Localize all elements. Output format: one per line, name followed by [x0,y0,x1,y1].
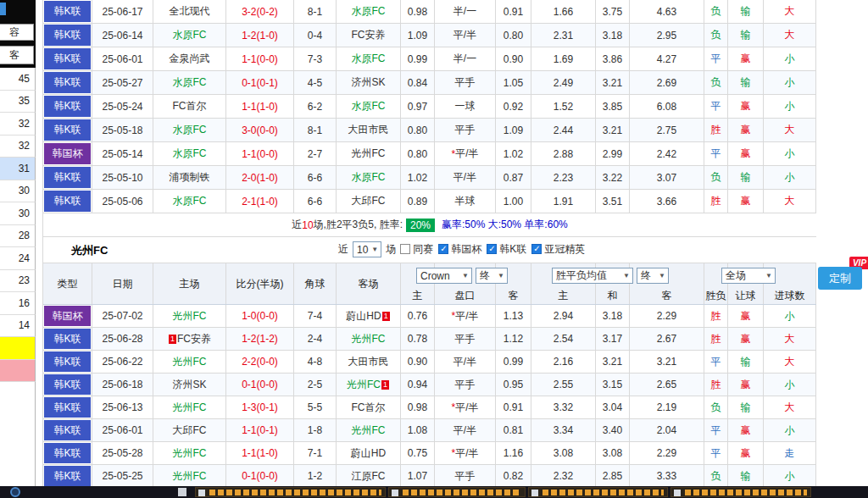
away-team[interactable]: 蔚山HD [337,442,401,464]
asian-home-odds: 1.08 [401,419,435,441]
euro-away-odds: 3.07 [630,166,704,189]
asian-handicap: 半/一 [435,47,496,70]
home-team[interactable]: 光州FC [153,442,226,464]
euro-odds-type-select[interactable]: 胜平负均值▼ [552,268,633,284]
result-wdl: 平 [704,442,728,464]
away-team[interactable]: 济州SK [337,71,401,94]
asian-home-odds: 0.80 [401,119,435,141]
result-handicap: 赢 [728,328,764,350]
home-team[interactable]: 光州FC [153,396,226,418]
away-team[interactable]: 大邱FC [337,190,401,213]
team-name: 济州SK [351,75,385,90]
taskbar-window-button[interactable] [195,487,386,497]
result-handicap: 赢 [728,374,764,396]
away-team[interactable]: 水原FC [337,0,401,23]
home-team[interactable]: 水原FC [153,71,226,94]
customize-button[interactable]: 定制 [818,267,862,290]
home-team[interactable]: 水原FC [153,190,226,213]
home-team[interactable]: 1FC安养 [153,328,226,350]
asian-away-odds: 1.02 [496,142,531,165]
home-team[interactable]: 光州FC [153,305,226,327]
chevron-down-icon: ▼ [498,272,504,279]
taskbar-window-button[interactable] [670,487,811,497]
home-team[interactable]: 光州FC [153,351,226,373]
result-wdl: 胜 [704,119,728,141]
away-team[interactable]: FC安养 [337,24,401,47]
away-team[interactable]: 光州FC [337,419,401,441]
result-goals: 小 [764,166,816,189]
sidebar-guest-label-box: 客 [0,46,34,64]
window-icon [392,490,398,496]
match-date: 25-05-06 [92,190,153,213]
checkbox-icon[interactable] [438,244,448,254]
asian-odds-stage-select[interactable]: 终▼ [476,268,508,284]
summary-prefix: 近 [292,218,302,232]
checkbox-icon[interactable] [400,244,410,254]
home-team[interactable]: 全北现代 [153,0,226,23]
match-date: 25-06-01 [92,47,153,70]
away-team[interactable]: FC首尔 [337,396,401,418]
away-team[interactable]: 光州FC [337,142,401,165]
away-team[interactable]: 大田市民 [337,351,401,373]
euro-draw-odds: 3.22 [596,166,630,189]
home-team[interactable]: 金泉尚武 [153,47,226,70]
home-team[interactable]: FC首尔 [153,95,226,118]
away-team[interactable]: 水原FC [337,47,401,70]
euro-home-odds: 2.49 [531,71,596,94]
home-team[interactable]: 水原FC [153,142,226,165]
asian-away-odds: 1.09 [496,119,531,141]
home-team[interactable]: 光州FC [153,465,226,487]
sidebar-odds-column: 453532323130302824231614 [0,68,36,486]
euro-home-odds: 1.69 [531,47,596,70]
euro-odds-stage-select[interactable]: 终▼ [637,268,669,284]
home-team[interactable]: 水原FC [153,119,226,141]
checkbox-same-game[interactable]: 同赛 [400,242,433,257]
away-team[interactable]: 大田市民 [337,119,401,141]
checkbox-k-league[interactable]: 韩K联 [487,242,526,257]
away-team[interactable]: 江原FC [337,465,401,487]
away-team[interactable]: 水原FC [337,166,401,189]
match-score: 1-1(1-0) [226,442,294,464]
league-label: 韩K联 [44,48,91,69]
taskbar-window-button[interactable] [528,487,668,497]
taskbar-window-button[interactable] [388,487,526,497]
checkbox-acl-elite[interactable]: 亚冠精英 [531,242,585,257]
asian-away-odds: 1.16 [496,442,531,464]
away-team[interactable]: 蔚山HD1 [337,305,401,327]
euro-away-odds: 2.69 [630,71,704,94]
team-name: 水原FC [173,194,207,208]
euro-away-odds: 2.42 [630,142,704,165]
away-team[interactable]: 光州FC [337,328,401,350]
column-header: 比分(半场) [226,263,294,304]
home-team[interactable]: 浦项制铁 [153,166,226,189]
away-team[interactable]: 水原FC [337,95,401,118]
match-count-select[interactable]: 10▼ [353,241,381,257]
bookmaker-select[interactable]: Crown▼ [416,268,472,284]
checkbox-korean-cup[interactable]: 韩国杯 [438,242,481,257]
scope-select[interactable]: 全场▼ [721,268,776,284]
window-icon [674,490,681,496]
corner-count: 8-1 [294,119,337,141]
sidebar-odds-cell: 23 [0,270,36,293]
result-goals: 小 [764,419,816,441]
league-label: 韩K联 [44,1,91,22]
checkbox-icon[interactable] [487,244,497,254]
taskbar-app-icon[interactable] [178,488,186,496]
away-team[interactable]: 光州FC1 [337,374,401,396]
team-name: 水原FC [173,75,207,90]
match-score: 1-3(0-1) [226,396,294,418]
checkbox-icon[interactable] [531,244,542,254]
home-team[interactable]: 济州SK [153,374,226,396]
home-team[interactable]: 水原FC [153,24,226,47]
home-team[interactable]: 大邱FC [153,419,226,441]
checkbox-label: 韩国杯 [451,242,481,257]
euro-draw-odds: 2.85 [596,465,630,487]
summary-text: 场,胜2平3负5, 胜率: [314,218,403,232]
asian-handicap: 半/一 [435,0,496,23]
league-badge: 韩K联 [43,351,92,373]
window-title-placeholder [403,490,521,495]
asian-home-odds: 0.98 [401,0,435,23]
games-label: 场 [386,242,396,257]
window-icon [198,490,205,496]
browser-taskbar-icon[interactable] [10,487,20,497]
